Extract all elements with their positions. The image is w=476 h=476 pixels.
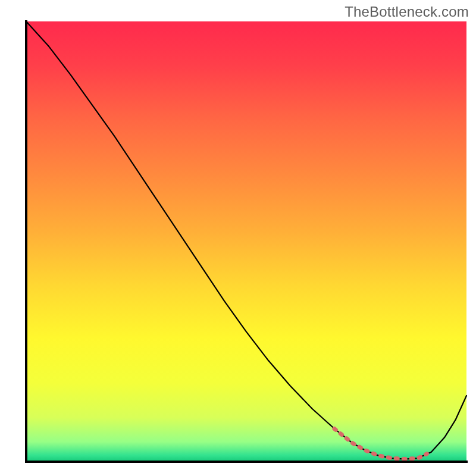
bottleneck-chart xyxy=(0,0,476,476)
chart-container: { "watermark": "TheBottleneck.com", "svg… xyxy=(0,0,476,476)
gradient-plot-area xyxy=(26,21,466,462)
watermark-text: TheBottleneck.com xyxy=(345,4,469,20)
